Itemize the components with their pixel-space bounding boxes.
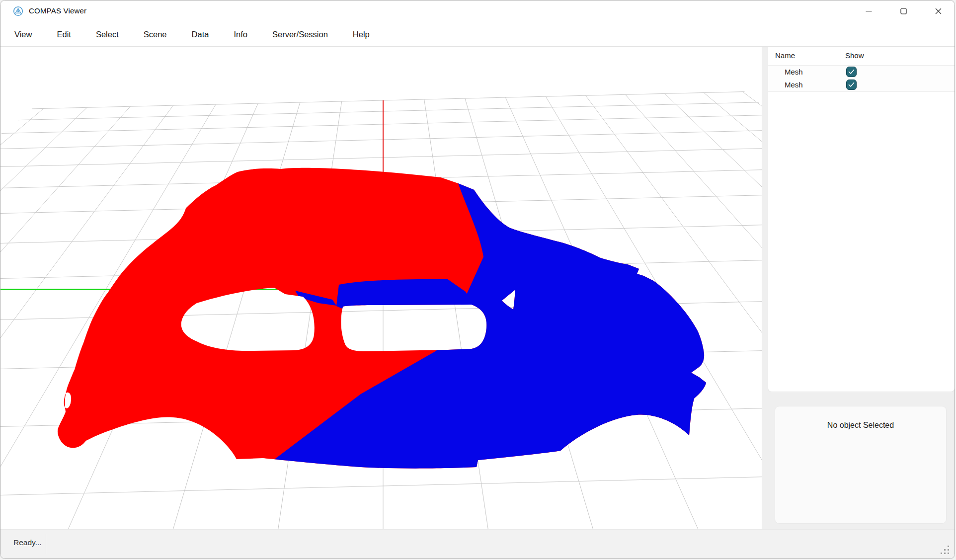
no-selection-message: No object Selected: [775, 421, 946, 430]
scene-canvas[interactable]: [0, 47, 762, 531]
close-icon: [935, 7, 942, 15]
status-message: Ready...: [13, 538, 42, 547]
maximize-icon: [900, 7, 907, 15]
viewport-3d[interactable]: [0, 47, 762, 531]
menu-item-scene[interactable]: Scene: [144, 30, 167, 39]
show-checkbox[interactable]: [846, 80, 857, 90]
car-mesh[interactable]: [58, 168, 762, 531]
maximize-button[interactable]: [892, 0, 915, 22]
resize-grip[interactable]: [940, 545, 951, 556]
check-icon: [849, 83, 854, 87]
column-header-name: Name: [775, 51, 795, 60]
table-row[interactable]: Mesh: [768, 79, 955, 91]
column-divider[interactable]: [841, 49, 841, 64]
menu-item-info[interactable]: Info: [234, 30, 247, 39]
table-row[interactable]: Mesh: [768, 66, 955, 79]
compas-logo-icon: [13, 6, 23, 16]
main-content: Name Show MeshMesh No object Selected: [0, 47, 955, 531]
status-bar: Ready...: [0, 529, 955, 559]
menu-bar: ViewEditSelectSceneDataInfoServer/Sessio…: [0, 22, 955, 47]
show-checkbox[interactable]: [846, 67, 857, 77]
menu-item-view[interactable]: View: [14, 30, 32, 39]
window-title: COMPAS Viewer: [29, 6, 86, 15]
menu-item-select[interactable]: Select: [96, 30, 119, 39]
row-name-label: Mesh: [785, 68, 803, 76]
close-button[interactable]: [927, 0, 950, 22]
menu-item-server-session[interactable]: Server/Session: [272, 30, 328, 39]
title-bar: COMPAS Viewer: [0, 0, 955, 22]
menu-item-edit[interactable]: Edit: [57, 30, 71, 39]
row-name-label: Mesh: [785, 80, 803, 89]
minimize-button[interactable]: [857, 0, 880, 22]
scene-tree-header: Name Show: [768, 47, 955, 66]
check-icon: [849, 70, 854, 74]
column-header-show: Show: [845, 51, 864, 60]
menu-item-help[interactable]: Help: [353, 30, 370, 39]
object-inspector-panel: No object Selected: [775, 406, 947, 524]
scene-tree-panel: Name Show MeshMesh: [768, 47, 955, 392]
status-divider: [46, 534, 46, 554]
menu-item-data[interactable]: Data: [192, 30, 209, 39]
app-window: COMPAS Viewer ViewEditSelectSceneDataInf…: [0, 0, 955, 559]
minimize-icon: [865, 7, 873, 15]
sidebar: Name Show MeshMesh No object Selected: [762, 47, 955, 531]
